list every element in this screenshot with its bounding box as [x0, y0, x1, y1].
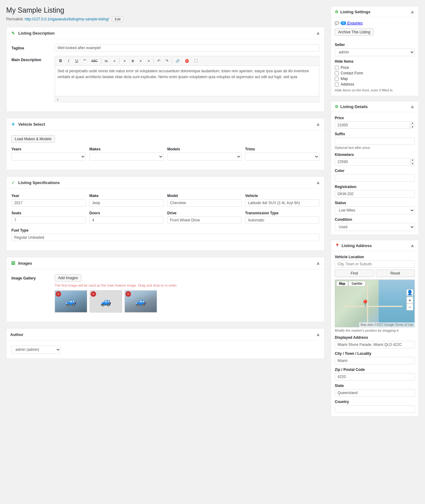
registration-input[interactable]	[335, 190, 415, 198]
redo-btn[interactable]: ↷	[163, 57, 171, 64]
settings-icon: ⚙	[335, 10, 338, 14]
ul-btn[interactable]: ≡	[111, 58, 118, 64]
toolbar-sep-4	[172, 58, 172, 64]
reset-btn[interactable]: Reset	[376, 270, 415, 277]
ol-btn[interactable]: №	[103, 58, 110, 64]
vehicle-input[interactable]	[245, 199, 319, 207]
images-header[interactable]: 🖼 Images ▲	[6, 257, 324, 269]
status-select[interactable]: Low Miles High Miles Average Miles	[335, 206, 415, 214]
bold-btn[interactable]: B	[57, 57, 64, 64]
map-zoom-in[interactable]: +	[406, 297, 413, 304]
collapse-arrow-description: ▲	[316, 30, 321, 36]
blockquote-btn[interactable]: “”	[81, 57, 88, 64]
models-select[interactable]	[167, 153, 241, 161]
vehicle-select-header[interactable]: ✛ Vehicle Select ▲	[6, 118, 324, 130]
color-input[interactable]	[335, 174, 415, 182]
fuel-field: Fuel Type	[11, 228, 319, 241]
permalink-link[interactable]: http://127.0.0.1/ngauwudu/listing/my-sam…	[25, 17, 109, 21]
toolbar-sep-1	[101, 58, 101, 64]
seller-select[interactable]: admin	[335, 48, 415, 56]
find-btn[interactable]: Find	[335, 270, 374, 277]
editor-content[interactable]: Sed ut perspiciatis unde omnis iste natu…	[55, 65, 319, 96]
model-input[interactable]	[167, 199, 241, 207]
map-person-icon[interactable]: 👤	[406, 289, 413, 296]
makes-select[interactable]	[89, 153, 164, 161]
image-remove-3[interactable]: −	[125, 291, 131, 297]
suffix-input[interactable]	[335, 137, 415, 145]
link-btn[interactable]: 🔗	[173, 58, 182, 64]
undo-btn[interactable]: ↶	[155, 57, 163, 64]
make-input[interactable]	[89, 199, 164, 207]
listing-description-header[interactable]: ✎ Listing Description ▲	[6, 27, 324, 39]
seats-input[interactable]	[11, 216, 86, 224]
price-spin-up[interactable]: ▲	[410, 121, 415, 125]
map-tab-map[interactable]: Map	[336, 281, 348, 286]
state-label: State	[335, 384, 415, 388]
align-left-btn[interactable]: ≡	[121, 58, 128, 64]
km-spin-up[interactable]: ▲	[410, 158, 415, 162]
fuel-input[interactable]	[11, 234, 319, 241]
price-spin-down[interactable]: ▼	[410, 125, 415, 129]
years-select[interactable]	[11, 153, 86, 161]
enquiries-link[interactable]: 0 Enquiries	[341, 21, 363, 25]
year-input[interactable]	[11, 199, 86, 207]
condition-label: Condition	[335, 217, 415, 222]
archive-btn[interactable]: Archive This Listing	[335, 28, 374, 36]
vehicle-select-icon: ✛	[10, 121, 16, 127]
hide-address-checkbox[interactable]	[335, 82, 339, 86]
models-field: Models	[167, 147, 241, 161]
specs-check-icon: ✓	[10, 180, 16, 185]
load-makes-models-btn[interactable]: Load Makes & Models	[11, 135, 55, 143]
map-tab-satellite[interactable]: Satellite	[349, 281, 365, 286]
km-spin-down[interactable]: ▼	[410, 162, 415, 166]
hide-address-row: Address	[335, 82, 415, 86]
author-select[interactable]: admin (admin)	[11, 346, 61, 354]
strike-btn[interactable]: ABC	[89, 58, 100, 64]
italic-btn[interactable]: I	[65, 57, 72, 64]
add-images-btn[interactable]: Add Images	[55, 274, 81, 282]
align-center-btn[interactable]: ≣	[129, 58, 136, 64]
hide-price-row: Price	[335, 65, 415, 70]
hide-map-checkbox[interactable]	[335, 77, 339, 81]
hide-map-row: Map	[335, 77, 415, 81]
suffix-note: Optional text after price.	[335, 146, 415, 149]
km-input[interactable]	[335, 158, 415, 166]
zip-input[interactable]	[335, 373, 415, 380]
condition-select[interactable]: Used New Certified Pre-Owned	[335, 223, 415, 231]
underline-btn[interactable]: U	[73, 57, 80, 64]
expand-btn[interactable]: ⛶	[192, 58, 200, 64]
listing-address-header[interactable]: 📍 Listing Address ▲	[331, 240, 419, 251]
edit-button[interactable]: Edit	[112, 16, 123, 22]
city-input[interactable]	[335, 357, 415, 364]
section-title-specs: Listing Specifications	[18, 180, 60, 185]
listing-details-header[interactable]: ⚙ Listing Details ▲	[331, 101, 419, 112]
listing-settings-header[interactable]: ⚙ Listing Settings ▲	[331, 6, 419, 17]
doors-input[interactable]	[89, 216, 164, 224]
map-zoom-out[interactable]: −	[406, 304, 413, 310]
registration-label: Registration	[335, 185, 415, 189]
hide-price-checkbox[interactable]	[335, 66, 339, 70]
years-label: Years	[11, 147, 86, 151]
align-justify-btn[interactable]: ≡	[145, 58, 152, 64]
country-input[interactable]	[335, 405, 415, 413]
align-right-btn[interactable]: ≡	[137, 58, 144, 64]
price-input[interactable]	[335, 121, 415, 129]
state-input[interactable]	[335, 389, 415, 397]
unlink-btn[interactable]: ⛔	[183, 58, 191, 64]
city-label: City / Town / Locality	[335, 351, 415, 356]
drive-input[interactable]	[167, 216, 241, 224]
tagline-input[interactable]	[55, 44, 319, 52]
hide-price-label: Price	[341, 65, 349, 70]
image-remove-2[interactable]: −	[91, 291, 96, 297]
transmission-input[interactable]	[245, 216, 319, 224]
listing-address-title: Listing Address	[342, 243, 372, 248]
hide-contact-form-checkbox[interactable]	[335, 71, 339, 75]
map-tabs: Map Satellite	[336, 281, 365, 286]
displayed-address-input[interactable]	[335, 341, 415, 348]
listing-specs-header[interactable]: ✓ Listing Specifications ▲	[6, 177, 324, 189]
image-remove-1[interactable]: −	[56, 291, 61, 297]
author-header[interactable]: Author ▲	[6, 329, 324, 341]
location-input[interactable]	[335, 260, 415, 268]
trims-select[interactable]	[245, 153, 319, 161]
map-container[interactable]: 📍 Map Satellite 👤 + − Map data ©2017 Goo…	[335, 279, 415, 327]
